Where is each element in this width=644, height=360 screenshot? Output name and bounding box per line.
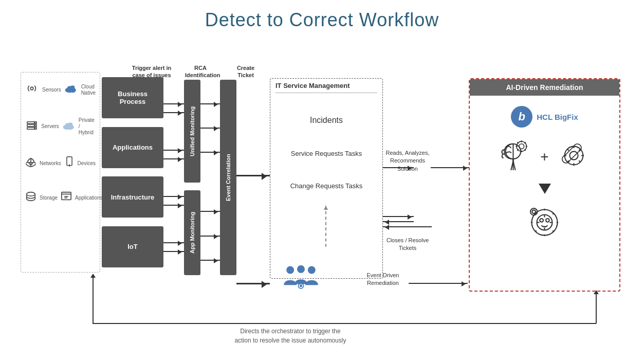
itsm-title: IT Service Management: [270, 79, 382, 93]
ticket-label: Create Ticket: [230, 64, 261, 79]
sensors-label: Sensors: [42, 87, 61, 93]
arrow-event-driven: [236, 283, 270, 284]
ai-remediation-box: AI-Driven Remediation b HCL BigFix: [469, 78, 620, 292]
svg-point-68: [530, 208, 537, 215]
storage-icon: [25, 191, 36, 205]
svg-point-14: [68, 122, 72, 126]
arrow-mon2: [200, 128, 220, 129]
svg-point-19: [68, 165, 70, 167]
svg-point-25: [286, 266, 294, 274]
svg-rect-21: [62, 192, 71, 200]
servers-icon: [25, 120, 38, 134]
cloud-native-icon: [64, 84, 78, 96]
arrow-proc2b: [163, 158, 184, 159]
applications-label: Applications: [75, 195, 103, 201]
arrow-proc3b: [163, 205, 184, 206]
app-monitoring-bar: App Monitoring: [184, 190, 200, 275]
arrow-back-change: [383, 221, 414, 222]
servers-label: Servers: [41, 123, 59, 130]
arrow-up-dotted: [324, 206, 328, 210]
bottom-line-down: [93, 275, 94, 324]
arrow-mon6: [200, 260, 220, 261]
itsm-incidents: Incidents: [270, 114, 382, 127]
itsm-change-requests: Change Requests Tasks: [270, 180, 382, 192]
svg-point-43: [569, 151, 578, 159]
business-process-box: Business Process: [102, 77, 163, 118]
svg-point-29: [300, 284, 302, 287]
rca-label: RCA Identification: [185, 64, 216, 79]
reads-analyzes-label: Reads, Analyzes,RecommendsSolution: [384, 149, 431, 173]
svg-line-49: [579, 160, 580, 162]
private-hybrid-label: Private /Hybrid: [79, 117, 96, 136]
itsm-service-requests: Service Requests Tasks: [270, 148, 382, 159]
svg-point-20: [27, 192, 35, 196]
arrow-up-left: [90, 274, 96, 278]
closes-resolve-label: Closes / ResolveTickets: [384, 237, 431, 253]
event-correlation-bar: Event Correlation: [220, 80, 236, 275]
arrow-proc3: [163, 196, 184, 197]
iot-box: IoT: [102, 226, 163, 267]
arrow-up-right: [594, 290, 599, 294]
brain-icon: [499, 139, 532, 174]
svg-point-69: [532, 210, 536, 213]
gear-wrench-icon: [557, 139, 591, 174]
bigfix-label: HCL BigFix: [537, 113, 578, 121]
storage-label: Storage: [40, 195, 58, 201]
svg-point-8: [34, 122, 35, 123]
networks-icon: [25, 156, 36, 170]
arrow-proc1b: [163, 112, 184, 113]
unified-monitoring-bar: Unified Monitoring: [184, 80, 200, 183]
plus-icon: +: [540, 149, 548, 165]
process-boxes-container: Business Process Applications Infrastruc…: [102, 72, 163, 273]
arrow-proc4b: [163, 251, 184, 252]
arrow-mon5: [200, 236, 220, 237]
svg-point-9: [34, 125, 35, 126]
sources-box: Sensors CloudNative Servers: [21, 72, 100, 273]
svg-point-33: [519, 144, 524, 149]
svg-point-4: [70, 85, 75, 89]
people-icon-area: [280, 262, 321, 293]
event-driven-label: Event DrivenRemediation: [360, 272, 406, 287]
svg-line-48: [567, 149, 568, 151]
ai-title: AI-Driven Remediation: [470, 79, 619, 96]
hybrid-icon: [62, 121, 76, 133]
bottom-line-horiz: [93, 323, 596, 324]
applications-box: Applications: [102, 127, 163, 168]
arrow-mon3: [200, 152, 220, 153]
arrow-ai-back: [383, 226, 432, 227]
arrow-proc1: [163, 103, 184, 104]
down-arrow-ai: [539, 184, 551, 194]
arrow-event-ai: [409, 283, 468, 284]
bottom-label: Directs the orchestrator to trigger thea…: [226, 327, 355, 345]
svg-point-27: [307, 266, 315, 274]
svg-point-0: [31, 87, 34, 90]
itsm-box: IT Service Management Incidents Service …: [270, 78, 383, 279]
vertical-dotted: [325, 206, 326, 247]
arrow-change-right: [383, 216, 414, 217]
infrastructure-box: Infrastructure: [102, 176, 163, 218]
arrow-proc4: [163, 242, 184, 243]
page-title: Detect to Correct Workflow: [0, 0, 644, 36]
arrow-mon1: [200, 103, 220, 104]
cloud-native-label: CloudNative: [81, 84, 96, 96]
svg-point-26: [297, 265, 305, 273]
applications-icon: [61, 191, 72, 205]
svg-point-59: [546, 219, 549, 222]
devices-icon: [64, 156, 75, 170]
networks-label: Networks: [40, 160, 61, 167]
arrow-mon4: [200, 211, 220, 212]
bottom-line-up-right: [596, 292, 597, 323]
arrow-to-itsm: [236, 175, 270, 176]
automation-icon: [470, 203, 619, 244]
arrow-reads-ai: [431, 167, 469, 168]
svg-point-10: [34, 128, 35, 129]
svg-point-58: [540, 219, 543, 222]
devices-label: Devices: [77, 160, 96, 167]
sensors-icon: [25, 83, 39, 97]
arrow-proc2: [163, 150, 184, 151]
